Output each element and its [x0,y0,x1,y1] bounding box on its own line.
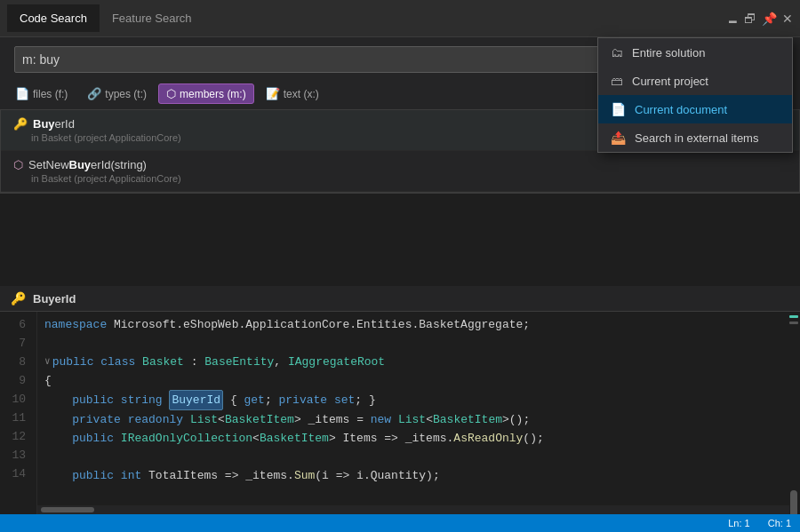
scope-dropdown: 🗂 Entire solution 🗃 Current project 📄 Cu… [597,37,793,153]
scope-current-project-label: Current project [632,75,708,88]
line-numbers: 6 7 8 9 10 11 12 13 14 [0,312,37,526]
solution-icon: 🗂 [611,45,623,60]
types-icon: 🔗 [87,87,101,100]
code-line-9: { [44,371,780,390]
filter-tab-files[interactable]: 📄 files (f:) [7,83,76,104]
code-line-6: namespace Microsoft.eShopWeb.Application… [44,315,780,334]
editor-header: 🔑 BuyerId [0,286,800,312]
horizontal-scrollbar-thumb[interactable] [41,507,94,512]
editor-member-icon: 🔑 [11,291,26,306]
scope-external-items[interactable]: 📤 Search in external items [598,123,792,152]
scroll-mark-1 [789,315,798,318]
editor-member-name: BuyerId [33,292,76,306]
scope-external-items-label: Search in external items [635,131,758,145]
restore-icon[interactable]: 🗗 [744,12,756,26]
horizontal-scrollbar[interactable] [37,505,789,514]
status-ch: Ch: 1 [768,518,791,528]
member-icon: ⬡ [13,158,23,171]
scope-entire-solution[interactable]: 🗂 Entire solution [598,38,792,67]
scroll-mark-2 [789,322,798,324]
code-line-7 [44,334,780,353]
members-icon: ⬡ [166,87,176,100]
document-icon: 📄 [611,102,626,116]
filter-tab-types[interactable]: 🔗 types (t:) [79,83,155,104]
tab-code-search[interactable]: Code Search [7,4,100,32]
external-icon: 📤 [611,131,626,145]
files-icon: 📄 [15,87,29,100]
code-content[interactable]: namespace Microsoft.eShopWeb.Application… [37,312,788,526]
scope-current-document[interactable]: 📄 Current document [598,95,792,123]
code-line-12: public IReadOnlyCollection<BasketItem> I… [44,429,780,448]
title-bar: Code Search Feature Search 🗕 🗗 📌 ✕ [0,0,800,37]
code-line-11: private readonly List<BasketItem> _items… [44,410,780,429]
minimize-icon[interactable]: 🗕 [726,12,739,26]
text-icon: 📝 [266,87,280,100]
code-line-14: public int TotalItems => _items.Sum(i =>… [44,466,780,485]
scope-entire-solution-label: Entire solution [632,46,705,60]
scope-current-document-label: Current document [635,103,727,116]
status-bar: Ln: 1 Ch: 1 [0,514,800,532]
filter-tab-members[interactable]: ⬡ members (m:) [158,83,254,104]
result-location-2: in Basket (project ApplicationCore) [13,173,787,184]
project-icon: 🗃 [611,74,623,88]
scope-current-project[interactable]: 🗃 Current project [598,67,792,95]
filter-tab-types-label: types (t:) [105,88,147,100]
editor-area: 🔑 BuyerId 6 7 8 9 10 11 12 13 14 namespa… [0,286,800,532]
close-icon[interactable]: ✕ [782,12,793,26]
code-line-10: public string BuyerId { get; private set… [44,390,780,410]
filter-tab-members-label: members (m:) [180,88,246,100]
scrollbar-container [788,312,800,526]
result-name-2: ⬡ SetNewBuyerId(string) [13,158,787,171]
code-line-8: ∨public class Basket : BaseEntity, IAggr… [44,353,780,371]
window-controls: 🗕 🗗 📌 ✕ [726,12,793,26]
filter-tab-text[interactable]: 📝 text (x:) [258,83,327,104]
code-line-13 [44,448,780,466]
status-ln: Ln: 1 [728,518,749,528]
filter-tab-files-label: files (f:) [33,88,68,100]
result-item-set-new-buyer-id[interactable]: ⬡ SetNewBuyerId(string) in Basket (proje… [1,151,799,192]
pin-icon[interactable]: 📌 [762,12,777,26]
code-area: 6 7 8 9 10 11 12 13 14 namespace Microso… [0,312,800,526]
tab-feature-search[interactable]: Feature Search [100,4,204,32]
filter-tab-text-label: text (x:) [284,88,319,100]
key-icon: 🔑 [13,117,28,131]
